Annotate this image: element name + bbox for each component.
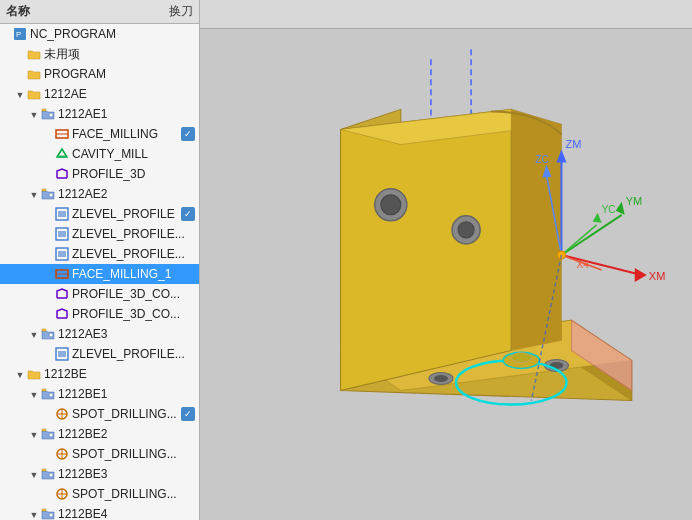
- toggle-icon[interactable]: [0, 27, 12, 41]
- svg-point-66: [458, 222, 474, 238]
- tree-item-profile_3d_co2[interactable]: PROFILE_3D_CO...: [0, 304, 199, 324]
- toggle-icon[interactable]: [42, 167, 54, 181]
- tree-item-label: 1212AE: [44, 87, 87, 101]
- svg-text:ZC: ZC: [535, 154, 548, 165]
- profile-icon: [54, 306, 70, 322]
- spot-icon: [54, 486, 70, 502]
- toggle-icon[interactable]: [42, 147, 54, 161]
- tree-item-label: FACE_MILLING_1: [72, 267, 171, 281]
- viewport: ZM ZC YM YC XM X4: [200, 0, 692, 520]
- tree-item-1212BE4[interactable]: ▼1212BE4: [0, 504, 199, 520]
- tree-item-label: SPOT_DRILLING...: [72, 447, 177, 461]
- svg-point-43: [49, 473, 53, 477]
- tree-item-face_milling_1[interactable]: FACE_MILLING_1: [0, 264, 199, 284]
- toggle-icon[interactable]: [42, 407, 54, 421]
- tree-item-zlevel2[interactable]: ZLEVEL_PROFILE...: [0, 224, 199, 244]
- toggle-icon[interactable]: [42, 267, 54, 281]
- svg-text:YC: YC: [602, 204, 616, 215]
- tree-item-label: 1212AE3: [58, 327, 107, 341]
- svg-text:X4: X4: [577, 259, 590, 270]
- tree-item-zlevel_ae3[interactable]: ZLEVEL_PROFILE...: [0, 344, 199, 364]
- folder-blue-icon: [40, 506, 56, 520]
- col2-header: 换刀: [169, 3, 193, 20]
- folder-blue-icon: [40, 186, 56, 202]
- toggle-icon[interactable]: [42, 307, 54, 321]
- toggle-icon[interactable]: [42, 227, 54, 241]
- tree-item-label: SPOT_DRILLING...: [72, 487, 177, 501]
- toggle-icon[interactable]: ▼: [14, 367, 26, 381]
- svg-point-9: [49, 193, 53, 197]
- zlevel-icon: [54, 346, 70, 362]
- svg-point-48: [49, 513, 53, 517]
- tree-item-spot1[interactable]: SPOT_DRILLING...✓: [0, 404, 199, 424]
- toggle-icon[interactable]: [14, 67, 26, 81]
- tree-item-1212BE2[interactable]: ▼1212BE2: [0, 424, 199, 444]
- tree-container[interactable]: PNC_PROGRAM未用项PROGRAM▼1212AE▼1212AE1FACE…: [0, 24, 199, 520]
- face-icon: [54, 126, 70, 142]
- tree-item-1212AE[interactable]: ▼1212AE: [0, 84, 199, 104]
- toggle-icon[interactable]: [14, 47, 26, 61]
- tree-item-label: ZLEVEL_PROFILE...: [72, 347, 185, 361]
- tree-item-label: 1212BE2: [58, 427, 107, 441]
- tree-item-label: 1212BE3: [58, 467, 107, 481]
- tree-item-1212AE2[interactable]: ▼1212AE2: [0, 184, 199, 204]
- svg-text:XM: XM: [649, 270, 666, 282]
- program-icon: P: [12, 26, 28, 42]
- toggle-icon[interactable]: [42, 207, 54, 221]
- toggle-icon[interactable]: [42, 447, 54, 461]
- tree-item-nc_program[interactable]: PNC_PROGRAM: [0, 24, 199, 44]
- toggle-icon[interactable]: ▼: [14, 87, 26, 101]
- svg-rect-26: [42, 329, 46, 331]
- toggle-icon[interactable]: ▼: [28, 107, 40, 121]
- toggle-icon[interactable]: [42, 347, 54, 361]
- tree-item-1212AE3[interactable]: ▼1212AE3: [0, 324, 199, 344]
- svg-point-64: [381, 195, 401, 215]
- tree-item-1212AE1[interactable]: ▼1212AE1: [0, 104, 199, 124]
- tree-item-spot3[interactable]: SPOT_DRILLING...: [0, 484, 199, 504]
- tree-item-spot2[interactable]: SPOT_DRILLING...: [0, 444, 199, 464]
- toggle-icon[interactable]: [42, 127, 54, 141]
- tree-item-label: PROFILE_3D: [72, 167, 145, 181]
- tree-item-cavity_mill[interactable]: CAVITY_MILL: [0, 144, 199, 164]
- toggle-icon[interactable]: ▼: [28, 327, 40, 341]
- panel-header: 名称 换刀: [0, 0, 199, 24]
- col1-header: 名称: [6, 3, 30, 20]
- svg-rect-47: [42, 509, 46, 511]
- tree-item-unused[interactable]: 未用项: [0, 44, 199, 64]
- toggle-icon[interactable]: ▼: [28, 387, 40, 401]
- tree-item-1212BE[interactable]: ▼1212BE: [0, 364, 199, 384]
- face-icon: [54, 266, 70, 282]
- tree-item-zlevel3[interactable]: ZLEVEL_PROFILE...: [0, 244, 199, 264]
- toggle-icon[interactable]: ▼: [28, 467, 40, 481]
- toggle-icon[interactable]: ▼: [28, 507, 40, 520]
- toggle-icon[interactable]: [42, 487, 54, 501]
- folder-blue-icon: [40, 326, 56, 342]
- toggle-icon[interactable]: [42, 247, 54, 261]
- profile-icon: [54, 166, 70, 182]
- folder-blue-icon: [40, 106, 56, 122]
- tree-item-zlevel1[interactable]: ZLEVEL_PROFILE✓: [0, 204, 199, 224]
- profile-icon: [54, 286, 70, 302]
- folder-blue-icon: [40, 386, 56, 402]
- item-badge: ✓: [181, 407, 195, 421]
- zlevel-icon: [54, 226, 70, 242]
- tree-item-label: 1212BE1: [58, 387, 107, 401]
- tree-item-profile_3d_co1[interactable]: PROFILE_3D_CO...: [0, 284, 199, 304]
- toggle-icon[interactable]: ▼: [28, 427, 40, 441]
- tree-item-label: PROGRAM: [44, 67, 106, 81]
- svg-text:YM: YM: [626, 195, 643, 207]
- svg-point-27: [49, 333, 53, 337]
- tree-item-face_milling[interactable]: FACE_MILLING✓: [0, 124, 199, 144]
- tree-item-label: 1212BE: [44, 367, 87, 381]
- toggle-icon[interactable]: ▼: [28, 187, 40, 201]
- zlevel-icon: [54, 206, 70, 222]
- svg-rect-32: [42, 389, 46, 391]
- tree-item-1212BE1[interactable]: ▼1212BE1: [0, 384, 199, 404]
- tree-item-profile_3d[interactable]: PROFILE_3D: [0, 164, 199, 184]
- tree-item-1212BE3[interactable]: ▼1212BE3: [0, 464, 199, 484]
- item-badge: ✓: [181, 207, 195, 221]
- toggle-icon[interactable]: [42, 287, 54, 301]
- svg-marker-60: [341, 109, 512, 390]
- spot-icon: [54, 446, 70, 462]
- tree-item-program[interactable]: PROGRAM: [0, 64, 199, 84]
